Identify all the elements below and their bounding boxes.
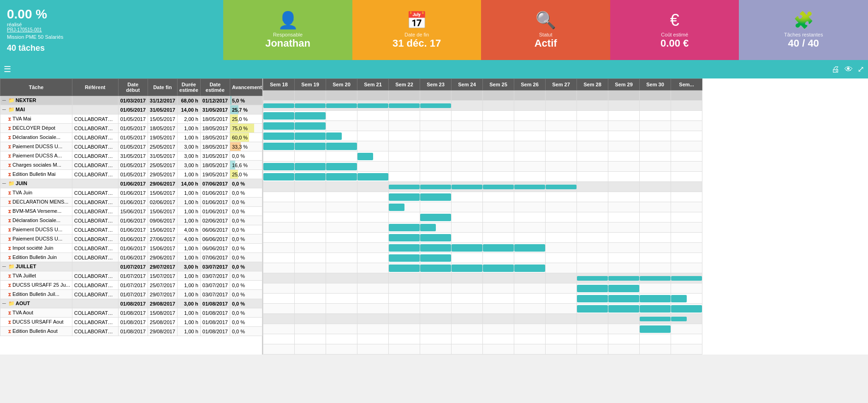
cell-date-fin-16: 15/06/2017 [148,244,177,253]
task-icon: ⧗ [8,116,12,121]
avancement-value-19: 0,0 % [232,273,245,279]
gantt-cell-6-11 [608,151,640,162]
gantt-cell-11-8 [514,202,546,212]
gantt-cell-13-11 [608,223,640,233]
gantt-cell-0-7 [483,90,514,101]
week-header-10: Sem 28 [577,79,608,90]
expand-btn[interactable]: ─ [2,97,7,103]
gantt-bar [295,103,326,108]
gantt-bar [357,103,388,108]
expand-btn[interactable]: ─ [2,107,7,112]
gantt-cell-21-6 [452,304,483,314]
cell-date-debut-19: 01/07/2017 [118,271,148,281]
gantt-cell-14-3 [357,233,389,243]
avancement-value-14: 0,0 % [232,227,245,233]
gantt-cell-14-4 [389,233,420,243]
table-row: ─ 📁JUILLET01/07/201729/07/20173,00 h03/0… [0,262,262,271]
gantt-cell-8-7 [483,172,514,182]
gantt-cell-18-7 [483,273,514,283]
task-name: TVA Aout [12,310,33,315]
task-icon: ⧗ [8,254,12,260]
cell-date-fin-3: 18/05/2017 [148,124,177,133]
gantt-bar [640,317,671,321]
gantt-cell-0-11 [608,90,640,101]
cell-avancement-8: 25,0 % [230,170,262,179]
avancement-value-9: 0,0 % [232,181,245,186]
gantt-cell-12-12 [640,212,671,223]
gantt-row-17 [263,263,702,273]
task-icon: ⧗ [8,162,12,168]
gantt-cell-8-12 [640,172,671,182]
gantt-cell-18-9 [546,273,577,283]
cell-referent-1 [72,105,118,114]
menu-icon[interactable]: ☰ [4,64,11,74]
gantt-bar [671,305,702,313]
gantt-bar [263,112,294,120]
gantt-cell-18-3 [357,273,389,283]
avancement-value-12: 0,0 % [232,209,245,214]
cell-date-debut-9: 01/06/2017 [118,179,148,188]
gantt-cell-16-5 [420,253,452,263]
task-icon: ⧗ [8,328,12,334]
card-cout: € Coût estimé 0.00 € [610,0,739,60]
percent-value: 0.00 % [7,7,47,22]
gantt-cell-21-8 [514,304,546,314]
cell-duree-3: 1,00 h [177,124,200,133]
expand-btn[interactable]: ─ [2,301,7,306]
cell-avancement-16: 0,0 % [230,244,262,253]
gantt-bar [389,103,420,108]
cell-date-debut-14: 01/06/2017 [118,225,148,235]
project-link[interactable]: PRJ-170515-001 [7,27,42,32]
gantt-bar [608,295,639,302]
cell-avancement-3: 75,0 % [230,124,262,133]
gantt-cell-3-13 [671,121,702,131]
task-icon: ⧗ [8,273,12,278]
cell-avancement-25: 0,0 % [230,327,262,336]
avancement-value-15: 0,0 % [232,236,245,242]
gantt-bar [420,214,451,221]
gantt-cell-25-2 [326,344,357,355]
expand-btn[interactable]: ─ [2,180,7,186]
cell-date-debut-4: 01/05/2017 [118,133,148,142]
gantt-cell-0-12 [640,90,671,101]
gantt-cell-2-9 [546,111,577,121]
gantt-cell-7-6 [452,162,483,172]
cell-date-fin-7: 25/05/2017 [148,161,177,170]
cell-referent-4: COLLABORATEUR S [72,133,118,142]
gantt-cell-13-7 [483,223,514,233]
cell-date-est-12: 01/06/2017 [200,207,230,216]
gantt-cell-22-1 [295,314,326,324]
avancement-value-20: 0,0 % [232,283,245,288]
eye-icon[interactable]: 👁 [844,65,853,74]
table-row: ⧗TVA JuinCOLLABORATEUR C01/06/201715/06/… [0,188,262,198]
gantt-cell-17-0 [263,263,295,273]
cell-avancement-17: 0,0 % [230,253,262,262]
gantt-cell-0-8 [514,90,546,101]
gantt-cell-24-12 [640,334,671,344]
expand-icon[interactable]: ⤢ [857,64,864,74]
gantt-cell-20-0 [263,294,295,304]
gantt-cell-18-0 [263,273,295,283]
cell-referent-3: COLLABORATEUR C [72,124,118,133]
task-name: JUILLET [16,264,36,269]
cell-tache-2: ⧗TVA Mai [0,114,72,124]
gantt-cell-19-0 [263,283,295,294]
gantt-row-12 [263,212,702,223]
print-icon[interactable]: 🖨 [832,65,840,74]
gantt-bar [546,185,577,189]
gantt-cell-1-1 [295,101,326,111]
cout-icon: € [670,11,679,30]
gantt-bar [452,265,482,272]
gantt-bar [608,276,639,281]
cell-date-est-23: 01/08/2017 [200,308,230,318]
gantt-cell-1-5 [420,101,452,111]
gantt-cell-23-8 [514,324,546,334]
expand-btn[interactable]: ─ [2,264,7,269]
gantt-cell-19-1 [295,283,326,294]
gantt-cell-13-10 [577,223,608,233]
gantt-cell-21-2 [326,304,357,314]
gantt-cell-20-12 [640,294,671,304]
gantt-cell-6-0 [263,151,295,162]
gantt-cell-3-7 [483,121,514,131]
gantt-cell-23-4 [389,324,420,334]
